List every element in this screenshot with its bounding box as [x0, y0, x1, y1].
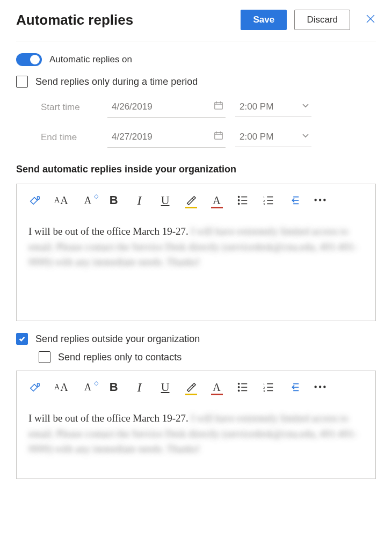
svg-point-3 — [238, 196, 239, 197]
auto-replies-toggle-row: Automatic replies on — [16, 53, 376, 66]
font-color-icon[interactable]: A — [211, 381, 223, 394]
more-icon[interactable]: ••• — [314, 194, 328, 207]
highlight-icon[interactable] — [185, 381, 197, 394]
inside-org-heading: Send automatic replies inside your organ… — [16, 164, 376, 175]
italic-icon[interactable]: I — [134, 194, 146, 207]
start-date-value: 4/26/2019 — [112, 102, 153, 112]
end-time-label: End time — [41, 132, 107, 143]
svg-rect-2 — [38, 197, 40, 200]
svg-point-12 — [238, 390, 239, 391]
contacts-only-row: Send replies only to contacts — [39, 351, 376, 363]
font-color-icon[interactable]: A — [211, 194, 223, 207]
bullet-list-icon[interactable] — [237, 194, 249, 207]
time-period-fields: Start time 4/26/2019 2:00 PM End time — [41, 97, 376, 148]
chevron-down-icon — [302, 102, 309, 112]
underline-icon[interactable]: U — [159, 381, 171, 394]
outside-org-row: Send replies outside your organization — [16, 333, 376, 345]
inside-body-text: I will be out of the office March 19-27. — [28, 226, 188, 237]
bold-icon[interactable]: B — [108, 381, 120, 394]
time-period-checkbox[interactable] — [16, 76, 28, 88]
outside-org-editor: AA A◇ B I U A 123 — [16, 371, 376, 479]
font-size-icon[interactable]: AA — [54, 194, 68, 207]
calendar-icon — [214, 100, 223, 113]
save-button[interactable]: Save — [241, 10, 287, 30]
page-title: Automatic replies — [16, 12, 241, 28]
end-time-input[interactable]: 2:00 PM — [235, 128, 311, 147]
contacts-only-checkbox[interactable] — [39, 351, 50, 363]
svg-point-5 — [238, 203, 239, 204]
editor-toolbar: AA A◇ B I U A 123 — [17, 371, 375, 400]
discard-button[interactable]: Discard — [294, 10, 350, 30]
outside-org-label: Send replies outside your organization — [35, 334, 200, 345]
start-date-input[interactable]: 4/26/2019 — [107, 97, 226, 118]
end-date-input[interactable]: 4/27/2019 — [107, 127, 226, 148]
close-icon[interactable] — [365, 13, 376, 26]
svg-text:3: 3 — [263, 389, 264, 393]
font-format-icon[interactable]: A◇ — [82, 194, 94, 207]
inside-org-editor: AA A◇ B I U A 123 — [16, 184, 376, 321]
numbered-list-icon[interactable]: 123 — [263, 194, 274, 207]
underline-icon[interactable]: U — [159, 194, 171, 207]
start-time-value: 2:00 PM — [239, 102, 273, 112]
svg-point-4 — [238, 200, 239, 201]
start-time-label: Start time — [41, 102, 107, 113]
svg-point-11 — [238, 387, 239, 388]
outside-body-text: I will be out of the office March 19-27. — [28, 412, 188, 424]
svg-rect-9 — [38, 383, 40, 387]
svg-point-10 — [238, 383, 239, 384]
outdent-icon[interactable] — [288, 381, 300, 394]
outside-org-textarea[interactable]: I will be out of the office March 19-27.… — [17, 400, 375, 479]
outdent-icon[interactable] — [288, 194, 300, 207]
auto-replies-toggle[interactable] — [16, 53, 42, 66]
format-painter-icon[interactable] — [28, 194, 40, 207]
contacts-only-label: Send replies only to contacts — [58, 352, 182, 363]
format-painter-icon[interactable] — [28, 381, 40, 394]
auto-replies-toggle-label: Automatic replies on — [49, 54, 132, 65]
end-time-value: 2:00 PM — [239, 132, 273, 142]
time-period-row: Send replies only during a time period — [16, 76, 376, 88]
outside-org-checkbox[interactable] — [16, 333, 28, 345]
svg-rect-1 — [215, 133, 222, 140]
italic-icon[interactable]: I — [134, 381, 146, 394]
highlight-icon[interactable] — [185, 194, 197, 207]
numbered-list-icon[interactable]: 123 — [263, 381, 274, 394]
start-time-input[interactable]: 2:00 PM — [235, 98, 311, 117]
editor-toolbar: AA A◇ B I U A 123 — [17, 184, 375, 213]
inside-org-textarea[interactable]: I will be out of the office March 19-27.… — [17, 213, 375, 321]
calendar-icon — [214, 130, 223, 143]
end-date-value: 4/27/2019 — [112, 132, 153, 142]
bullet-list-icon[interactable] — [237, 381, 249, 394]
time-period-label: Send replies only during a time period — [35, 76, 198, 88]
chevron-down-icon — [302, 132, 309, 142]
bold-icon[interactable]: B — [108, 194, 120, 207]
font-size-icon[interactable]: AA — [54, 381, 68, 394]
header: Automatic replies Save Discard — [16, 4, 376, 41]
more-icon[interactable]: ••• — [314, 381, 328, 394]
svg-text:3: 3 — [263, 202, 264, 206]
font-format-icon[interactable]: A◇ — [82, 381, 94, 394]
svg-rect-0 — [215, 103, 222, 110]
